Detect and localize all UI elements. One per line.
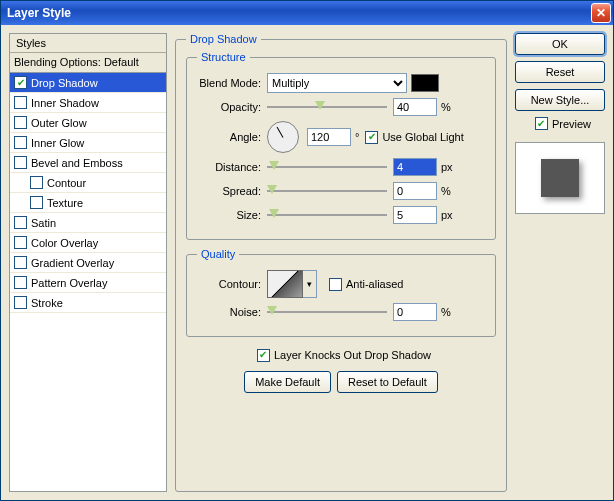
style-item-label: Gradient Overlay — [31, 257, 114, 269]
style-item-stroke[interactable]: Stroke — [10, 293, 166, 313]
drop-shadow-legend: Drop Shadow — [186, 33, 261, 45]
styles-header[interactable]: Styles — [9, 33, 167, 53]
structure-group: Structure Blend Mode: Multiply Opacity: … — [186, 51, 496, 240]
check-icon — [14, 76, 27, 89]
style-item-inner-glow[interactable]: Inner Glow — [10, 133, 166, 153]
style-item-bevel-and-emboss[interactable]: Bevel and Emboss — [10, 153, 166, 173]
blend-mode-select[interactable]: Multiply — [267, 73, 407, 93]
check-icon — [14, 296, 27, 309]
opacity-slider[interactable] — [267, 99, 387, 115]
style-item-label: Color Overlay — [31, 237, 98, 249]
size-slider[interactable] — [267, 207, 387, 223]
contour-picker[interactable] — [267, 270, 303, 298]
noise-input[interactable] — [393, 303, 437, 321]
check-icon — [14, 276, 27, 289]
check-icon — [14, 216, 27, 229]
styles-panel: Styles Blending Options: Default Drop Sh… — [9, 33, 167, 492]
check-icon — [30, 176, 43, 189]
style-item-label: Contour — [47, 177, 86, 189]
style-item-texture[interactable]: Texture — [10, 193, 166, 213]
spread-slider[interactable] — [267, 183, 387, 199]
angle-input[interactable] — [307, 128, 351, 146]
use-global-light-checkbox[interactable]: Use Global Light — [365, 131, 463, 144]
blending-options-row[interactable]: Blending Options: Default — [9, 53, 167, 73]
preview-swatch — [541, 159, 579, 197]
spread-unit: % — [441, 185, 451, 197]
preview-box — [515, 142, 605, 214]
opacity-unit: % — [441, 101, 451, 113]
distance-input[interactable] — [393, 158, 437, 176]
style-item-label: Pattern Overlay — [31, 277, 107, 289]
shadow-color-swatch[interactable] — [411, 74, 439, 92]
size-unit: px — [441, 209, 453, 221]
style-item-color-overlay[interactable]: Color Overlay — [10, 233, 166, 253]
check-icon — [329, 278, 342, 291]
spread-input[interactable] — [393, 182, 437, 200]
noise-slider[interactable] — [267, 304, 387, 320]
make-default-button[interactable]: Make Default — [244, 371, 331, 393]
knockout-checkbox[interactable]: Layer Knocks Out Drop Shadow — [257, 349, 431, 362]
check-icon — [257, 349, 270, 362]
style-item-contour[interactable]: Contour — [10, 173, 166, 193]
style-item-inner-shadow[interactable]: Inner Shadow — [10, 93, 166, 113]
check-icon — [14, 136, 27, 149]
opacity-label: Opacity: — [197, 101, 267, 113]
noise-label: Noise: — [197, 306, 267, 318]
style-item-label: Bevel and Emboss — [31, 157, 123, 169]
check-icon — [535, 117, 548, 130]
close-button[interactable]: ✕ — [591, 3, 611, 23]
contour-dropdown[interactable]: ▾ — [303, 270, 317, 298]
use-global-light-label: Use Global Light — [382, 131, 463, 143]
quality-legend: Quality — [197, 248, 239, 260]
knockout-label: Layer Knocks Out Drop Shadow — [274, 349, 431, 361]
style-item-satin[interactable]: Satin — [10, 213, 166, 233]
check-icon — [365, 131, 378, 144]
ok-button[interactable]: OK — [515, 33, 605, 55]
reset-button[interactable]: Reset — [515, 61, 605, 83]
check-icon — [14, 116, 27, 129]
style-item-pattern-overlay[interactable]: Pattern Overlay — [10, 273, 166, 293]
check-icon — [14, 236, 27, 249]
style-item-label: Satin — [31, 217, 56, 229]
drop-shadow-group: Drop Shadow Structure Blend Mode: Multip… — [175, 33, 507, 492]
angle-label: Angle: — [197, 131, 267, 143]
preview-checkbox[interactable]: Preview — [521, 117, 605, 130]
angle-unit: ° — [355, 131, 359, 143]
style-item-label: Drop Shadow — [31, 77, 98, 89]
style-list: Drop ShadowInner ShadowOuter GlowInner G… — [9, 73, 167, 492]
style-item-drop-shadow[interactable]: Drop Shadow — [10, 73, 166, 93]
effect-panel: Drop Shadow Structure Blend Mode: Multip… — [175, 33, 507, 492]
style-item-label: Texture — [47, 197, 83, 209]
anti-aliased-checkbox[interactable]: Anti-aliased — [329, 278, 403, 291]
new-style-button[interactable]: New Style... — [515, 89, 605, 111]
size-label: Size: — [197, 209, 267, 221]
check-icon — [14, 96, 27, 109]
dialog-buttons: OK Reset New Style... Preview — [515, 33, 605, 492]
distance-slider[interactable] — [267, 159, 387, 175]
anti-aliased-label: Anti-aliased — [346, 278, 403, 290]
blend-mode-label: Blend Mode: — [197, 77, 267, 89]
quality-group: Quality Contour: ▾ Anti-aliased Noise: — [186, 248, 496, 337]
distance-unit: px — [441, 161, 453, 173]
noise-unit: % — [441, 306, 451, 318]
check-icon — [14, 156, 27, 169]
style-item-label: Inner Shadow — [31, 97, 99, 109]
spread-label: Spread: — [197, 185, 267, 197]
style-item-label: Outer Glow — [31, 117, 87, 129]
style-item-label: Stroke — [31, 297, 63, 309]
titlebar: Layer Style ✕ — [1, 1, 613, 25]
style-item-outer-glow[interactable]: Outer Glow — [10, 113, 166, 133]
contour-label: Contour: — [197, 278, 267, 290]
distance-label: Distance: — [197, 161, 267, 173]
reset-default-button[interactable]: Reset to Default — [337, 371, 438, 393]
preview-label: Preview — [552, 118, 591, 130]
structure-legend: Structure — [197, 51, 250, 63]
check-icon — [30, 196, 43, 209]
opacity-input[interactable] — [393, 98, 437, 116]
style-item-gradient-overlay[interactable]: Gradient Overlay — [10, 253, 166, 273]
check-icon — [14, 256, 27, 269]
window-title: Layer Style — [7, 6, 71, 20]
angle-dial[interactable] — [267, 121, 299, 153]
style-item-label: Inner Glow — [31, 137, 84, 149]
size-input[interactable] — [393, 206, 437, 224]
